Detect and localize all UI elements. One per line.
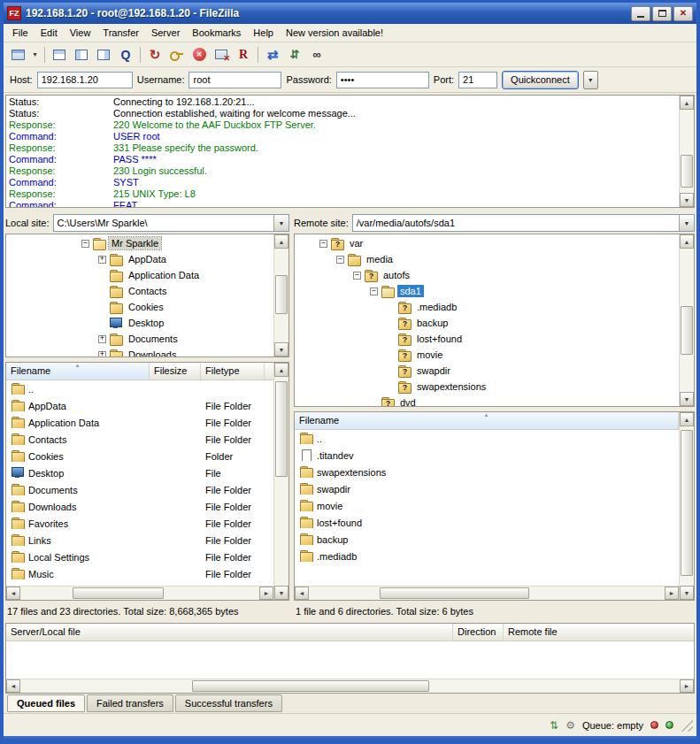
scroll-up-icon[interactable] [274,234,288,249]
remote-list-horizontal-scrollbar[interactable] [295,586,679,600]
find-files-button[interactable]: ∞ [306,45,327,65]
port-input[interactable] [458,72,497,88]
tree-item[interactable]: swapdir [295,363,679,379]
scroll-left-icon[interactable] [6,587,20,600]
reconnect-button[interactable]: R [233,45,254,65]
compare-directories-button[interactable]: ⇄ [262,45,283,65]
tree-item[interactable]: movie [295,347,679,363]
scroll-down-icon[interactable] [680,586,694,600]
scroll-up-icon[interactable] [680,96,694,110]
column-header-filesize[interactable]: Filesize [150,363,201,380]
file-row[interactable]: AppData File Folder [6,397,273,414]
tab-queued-files[interactable]: Queued files [7,694,85,712]
column-header-direction[interactable]: Direction [453,624,504,640]
file-row[interactable]: movie [295,497,679,514]
combo-dropdown-icon[interactable] [273,215,288,231]
tab-failed-transfers[interactable]: Failed transfers [87,694,173,712]
expand-toggle-icon[interactable] [353,272,361,280]
combo-dropdown-icon[interactable] [679,215,694,231]
scrollbar-thumb[interactable] [275,275,288,315]
column-header-filetype[interactable]: Filetype [201,363,265,380]
menu-help[interactable]: Help [247,25,280,41]
column-header-local-file[interactable]: Server/Local file [6,624,453,640]
expand-toggle-icon[interactable] [370,288,378,295]
tree-item[interactable]: sda1 [295,283,679,299]
menu-bookmarks[interactable]: Bookmarks [186,25,247,41]
file-row[interactable]: Desktop File [6,464,273,481]
local-list-vertical-scrollbar[interactable] [273,363,288,600]
tree-item[interactable]: lost+found [295,331,679,347]
file-row[interactable]: .mediadb [295,548,679,564]
remote-tree-vertical-scrollbar[interactable] [679,234,694,406]
tree-item[interactable]: Documents [6,331,273,347]
local-list-horizontal-scrollbar[interactable] [6,586,273,600]
file-row[interactable]: .. [6,380,273,397]
scroll-up-icon[interactable] [680,412,694,426]
message-log-toggle-button[interactable] [49,45,70,65]
file-row[interactable]: Contacts File Folder [6,431,273,448]
tree-item[interactable]: .mediadb [295,299,679,315]
site-manager-button[interactable] [7,45,28,65]
menu-new-version[interactable]: New version available! [280,25,389,41]
scroll-down-icon[interactable] [274,342,288,357]
scrollbar-thumb[interactable] [73,587,164,599]
scrollbar-thumb[interactable] [681,306,693,355]
tree-item[interactable]: backup [295,315,679,331]
scroll-left-icon[interactable] [295,587,309,600]
local-site-combobox[interactable]: C:\Users\Mr Sparkle\ [53,214,289,232]
scroll-down-icon[interactable] [680,392,694,406]
scroll-right-icon[interactable] [680,679,694,693]
cancel-button[interactable]: ✕ [188,45,210,65]
log-vertical-scrollbar[interactable] [679,96,694,207]
tree-item[interactable]: var [295,235,679,251]
file-row[interactable]: Favorites File Folder [6,515,273,532]
site-manager-dropdown-button[interactable]: ▾ [29,45,41,65]
resize-grip[interactable] [681,719,693,732]
tree-item[interactable]: Contacts [6,283,273,299]
expand-toggle-icon[interactable] [98,351,106,357]
tree-item[interactable]: Application Data [6,267,273,283]
password-input[interactable] [336,72,429,88]
file-row[interactable]: lost+found [295,514,679,531]
remote-tree-toggle-button[interactable] [93,45,114,65]
file-row[interactable]: backup [295,531,679,548]
scrollbar-thumb[interactable] [681,155,693,188]
menu-view[interactable]: View [64,25,97,41]
file-row[interactable]: Links File Folder [6,532,273,548]
queue-toggle-button[interactable]: Q [115,45,136,65]
process-queue-button[interactable] [166,45,188,65]
tab-successful-transfers[interactable]: Successful transfers [175,694,282,712]
file-row[interactable]: Documents File Folder [6,481,273,498]
tree-item[interactable]: swapextensions [295,379,679,395]
tree-item[interactable]: autofs [295,267,679,283]
file-row[interactable]: Music File Folder [6,565,273,582]
scrollbar-thumb[interactable] [380,587,529,599]
scrollbar-thumb[interactable] [681,430,693,577]
scroll-left-icon[interactable] [6,679,20,693]
queue-horizontal-scrollbar[interactable] [6,679,694,693]
column-header-filename[interactable]: ▲Filename [6,363,150,380]
tree-item[interactable]: dvd [295,395,679,406]
expand-toggle-icon[interactable] [81,240,89,248]
scroll-up-icon[interactable] [274,363,288,377]
tree-item[interactable]: media [295,251,679,267]
scroll-right-icon[interactable] [665,587,679,600]
scroll-up-icon[interactable] [680,234,694,249]
maximize-button[interactable] [652,6,672,21]
expand-toggle-icon[interactable] [336,256,344,264]
file-row[interactable]: Downloads File Folder [6,498,273,515]
file-row[interactable]: Application Data File Folder [6,414,273,431]
synchronized-browsing-button[interactable]: ⇵ [284,45,305,65]
tree-item[interactable]: Downloads [6,347,273,357]
refresh-button[interactable]: ↻ [144,45,165,65]
quickconnect-button[interactable]: Quickconnect [502,71,579,89]
tree-item[interactable]: Mr Sparkle [6,235,273,251]
scroll-down-icon[interactable] [680,193,694,207]
scroll-right-icon[interactable] [259,587,273,600]
tree-item[interactable]: Desktop [6,315,273,331]
remote-site-combobox[interactable]: /var/media/autofs/sda1 [352,214,695,232]
menu-file[interactable]: File [6,25,35,41]
menu-transfer[interactable]: Transfer [96,25,145,41]
close-button[interactable]: ✕ [673,6,693,21]
column-header-remote-file[interactable]: Remote file [504,624,694,640]
